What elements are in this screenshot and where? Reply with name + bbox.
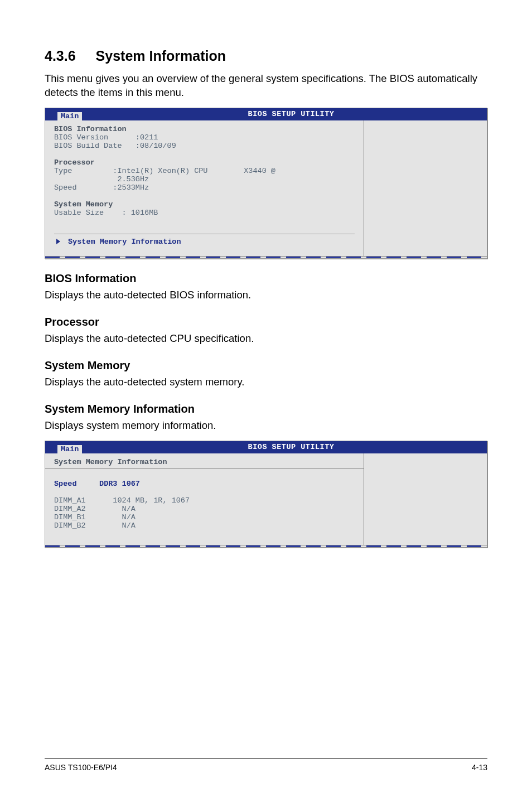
paragraph-bios-info: Displays the auto-detected BIOS informat… [45, 288, 487, 302]
bios-panel-smi: BIOS SETUP UTILITY Main System Memory In… [45, 441, 487, 548]
triangle-right-icon [56, 239, 60, 244]
dimm-value: N/A [113, 505, 136, 513]
panel-divider [45, 256, 487, 258]
submenu-system-memory-info[interactable]: System Memory Information [54, 234, 355, 249]
bios-build-label: BIOS Build Date [54, 142, 122, 150]
dimm-slot: DIMM_A2 [54, 505, 86, 513]
bios-title-2: BIOS SETUP UTILITY [248, 443, 335, 451]
bios-version-value: :0211 [136, 133, 158, 142]
bios-version-label: BIOS Version [54, 133, 108, 142]
sysmem-heading: System Memory [54, 200, 113, 209]
type-label: Type [54, 167, 72, 175]
submenu-label: System Memory Information [68, 238, 181, 246]
paragraph-sysmem: Displays the auto-detected system memory… [45, 375, 487, 389]
dimm-slot: DIMM_B1 [54, 513, 86, 521]
speed-value-2: DDR3 1067 [99, 480, 140, 488]
bios-header-2: BIOS SETUP UTILITY Main [45, 441, 487, 453]
bios-build-value: :08/10/09 [136, 142, 176, 150]
bios-header: BIOS SETUP UTILITY Main [45, 108, 487, 120]
dimm-value: 1024 MB, 1R, 1067 [113, 496, 190, 505]
bios-body-2: System Memory Information Speed DDR3 106… [45, 453, 487, 545]
processor-heading: Processor [54, 158, 95, 167]
bios-content-left-2: System Memory Information Speed DDR3 106… [45, 453, 364, 545]
bios-title: BIOS SETUP UTILITY [248, 110, 335, 118]
panel-divider-2 [45, 545, 487, 547]
smi-heading: System Memory Information [54, 458, 167, 466]
speed-label-2: Speed [54, 480, 77, 488]
bios-info-heading: BIOS Information [54, 125, 127, 133]
divider-line [45, 468, 364, 469]
speed-label: Speed [54, 183, 77, 192]
paragraph-processor: Displays the auto-detected CPU specifica… [45, 332, 487, 346]
bios-help-panel-2 [364, 453, 487, 545]
subheading-smi: System Memory Information [45, 403, 487, 416]
bios-panel-main: BIOS SETUP UTILITY Main BIOS Information… [45, 108, 487, 259]
section-intro: This menu gives you an overview of the g… [45, 72, 487, 100]
bios-tab-main[interactable]: Main [57, 112, 82, 120]
footer-left: ASUS TS100-E6/PI4 [45, 763, 117, 772]
page-footer: ASUS TS100-E6/PI4 4-13 [45, 758, 487, 772]
speed-value: :2533MHz [113, 183, 149, 192]
dimm-value: N/A [113, 513, 136, 521]
bios-content-left: BIOS Information BIOS Version :0211 BIOS… [45, 120, 364, 256]
subheading-sysmem: System Memory [45, 359, 487, 372]
section-title: System Information [96, 48, 226, 64]
dimm-value: N/A [113, 521, 136, 530]
usable-value: : 1016MB [122, 209, 158, 217]
dimm-slot: DIMM_A1 [54, 496, 86, 505]
subheading-processor: Processor [45, 316, 487, 328]
type-value: :Intel(R) Xeon(R) CPU X3440 @ 2.53GHz [54, 167, 275, 183]
section-heading: 4.3.6System Information [45, 48, 487, 64]
usable-label: Usable Size [54, 209, 104, 217]
section-number: 4.3.6 [45, 48, 76, 64]
dimm-slot: DIMM_B2 [54, 521, 86, 530]
bios-body: BIOS Information BIOS Version :0211 BIOS… [45, 120, 487, 256]
subheading-bios-info: BIOS Information [45, 272, 487, 285]
paragraph-smi: Displays system memory information. [45, 419, 487, 433]
bios-tab-main-2[interactable]: Main [57, 445, 82, 453]
bios-help-panel [364, 120, 487, 256]
footer-right: 4-13 [472, 763, 487, 772]
